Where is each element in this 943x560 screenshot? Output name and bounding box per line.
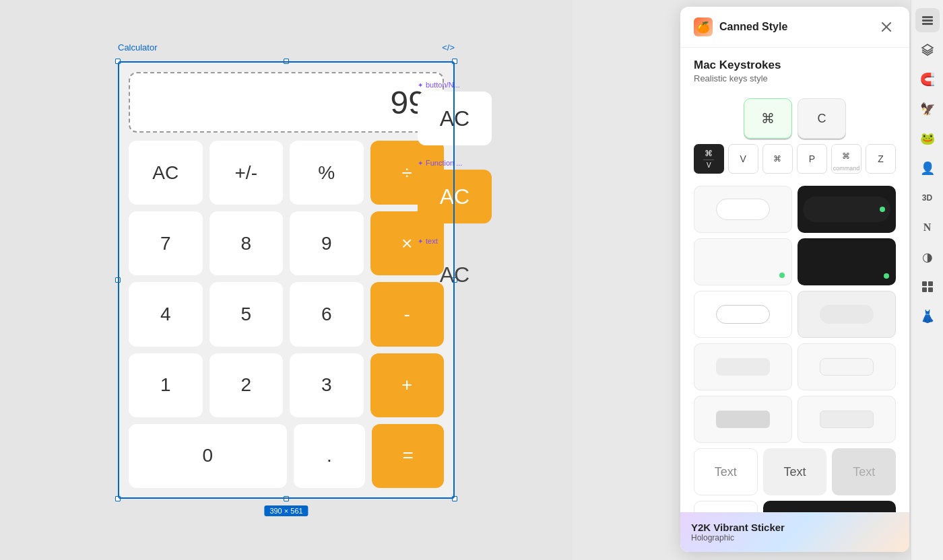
text-cell-light-2[interactable]: Text <box>832 448 896 495</box>
component-label-text: ✦ text <box>418 237 492 245</box>
btn-ac[interactable]: AC <box>129 141 203 205</box>
btn-7[interactable]: 7 <box>129 211 203 275</box>
style-cell-rounded-white[interactable] <box>694 343 792 390</box>
style-cell-light-pill2[interactable] <box>798 291 896 338</box>
keys-row-1: ⌘ C <box>694 98 896 139</box>
y2k-subtitle: Holographic <box>691 533 899 542</box>
resize-handle-bm[interactable] <box>284 496 289 501</box>
btn-dot[interactable]: . <box>294 424 366 488</box>
y2k-title: Y2K Vibrant Sticker <box>691 522 899 533</box>
toolbar-n-btn[interactable]: N <box>915 215 940 240</box>
btn-0[interactable]: 0 <box>129 424 287 488</box>
btn-equals[interactable]: = <box>372 424 444 488</box>
toolbar-dress-btn[interactable]: 👗 <box>915 304 940 328</box>
style-cell-flat-1[interactable] <box>694 396 792 443</box>
styles-scroll[interactable]: Text Text Text Text Text <box>680 179 909 512</box>
key-cmd-z[interactable]: command ⌘ <box>831 144 861 174</box>
toolbar-circle-btn[interactable]: ◑ <box>915 245 940 269</box>
toolbar-stack-btn[interactable] <box>915 38 940 62</box>
key-cmd-p[interactable]: ⌘ <box>762 144 793 174</box>
text-cell-outlined-1[interactable]: Text <box>694 448 758 495</box>
resize-handle-tm[interactable] <box>284 59 289 64</box>
style-cell-dark-green[interactable] <box>798 238 896 285</box>
btn-9[interactable]: 9 <box>290 211 364 275</box>
styles-grid-2 <box>694 238 896 285</box>
text-bottom-row: Text Text <box>694 501 896 512</box>
code-icon[interactable]: </> <box>442 42 455 53</box>
key-cmd-v-dark[interactable]: ⌘ V <box>694 144 724 174</box>
svg-rect-6 <box>922 281 927 286</box>
y2k-section[interactable]: Y2K Vibrant Sticker Holographic <box>680 512 909 552</box>
btn-6[interactable]: 6 <box>290 282 364 346</box>
styles-grid-4 <box>694 343 896 390</box>
component-label-function: ✦ Function ... <box>418 159 492 167</box>
key-p[interactable]: P <box>797 144 827 174</box>
resize-handle-bl[interactable] <box>115 496 121 501</box>
text-label-2: Text <box>783 465 806 479</box>
component-item-button: ✦ button/N... AC <box>418 81 492 145</box>
style-section-header: Mac Keystrokes Realistic keys style <box>680 48 909 98</box>
svg-rect-4 <box>922 23 933 25</box>
component-label-button: ✦ button/N... <box>418 81 492 89</box>
style-cell-rounded-lighter[interactable] <box>798 343 896 390</box>
btn-3[interactable]: 3 <box>290 353 364 417</box>
key-v-light[interactable]: V <box>728 144 758 174</box>
panel-logo: 🍊 <box>694 18 713 36</box>
calculator-label: Calculator <box>118 42 158 53</box>
calc-row-3: 4 5 6 - <box>129 282 444 346</box>
toolbar-grid-btn[interactable] <box>915 275 940 299</box>
toolbar-layers-btn[interactable] <box>915 8 940 32</box>
btn-percent[interactable]: % <box>290 141 364 205</box>
calc-row-4: 1 2 3 + <box>129 353 444 417</box>
calc-row-2: 7 8 9 × <box>129 211 444 275</box>
text-cell-dark-filled[interactable]: Text <box>763 501 896 512</box>
key-command-large[interactable]: ⌘ <box>744 98 792 139</box>
panel-close-button[interactable] <box>877 18 896 36</box>
green-dot-dark <box>884 273 889 279</box>
key-c-large[interactable]: C <box>798 98 846 139</box>
btn-sign[interactable]: +/- <box>209 141 284 205</box>
btn-2[interactable]: 2 <box>209 353 284 417</box>
component-preview-function[interactable]: AC <box>418 170 492 223</box>
svg-rect-7 <box>928 281 933 286</box>
section-title: Mac Keystrokes <box>694 59 896 72</box>
btn-1[interactable]: 1 <box>129 353 203 417</box>
style-cell-light-pill[interactable] <box>694 186 792 233</box>
style-cell-outlined-pill[interactable] <box>694 291 792 338</box>
resize-handle-ml[interactable] <box>115 277 121 283</box>
calc-buttons: AC +/- % ÷ 7 8 9 × 4 5 6 - <box>129 141 444 488</box>
resize-handle-tr[interactable] <box>452 59 457 64</box>
btn-4[interactable]: 4 <box>129 282 203 346</box>
text-cell-medium[interactable]: Text <box>763 448 827 495</box>
far-right-toolbar: 🧲 🦅 🐸 👤 3D N ◑ 👗 <box>911 0 943 560</box>
svg-rect-9 <box>928 287 933 292</box>
keys-row-2: ⌘ V V ⌘ P command ⌘ Z <box>694 144 896 174</box>
btn-plus[interactable]: + <box>370 353 445 417</box>
resize-handle-tl[interactable] <box>115 59 121 64</box>
calculator-frame: Calculator </> 99 AC +/- % ÷ <box>118 61 455 499</box>
key-z[interactable]: Z <box>866 144 896 174</box>
toolbar-3d-btn[interactable]: 3D <box>915 186 940 210</box>
toolbar-bird-btn[interactable]: 🦅 <box>915 97 940 121</box>
canned-style-panel: 🍊 Canned Style Mac Keystrokes Realistic … <box>680 7 909 552</box>
component-preview-text[interactable]: AC <box>418 248 492 302</box>
text-cell-outlined-2[interactable]: Text <box>694 501 758 512</box>
keys-grid: ⌘ C ⌘ V V ⌘ P command <box>680 98 909 179</box>
toolbar-frog-btn[interactable]: 🐸 <box>915 127 940 151</box>
resize-handle-br[interactable] <box>452 496 457 501</box>
component-panel: ✦ button/N... AC ✦ Function ... AC ✦ tex… <box>418 81 492 302</box>
canvas: Calculator </> 99 AC +/- % ÷ <box>0 0 573 560</box>
style-cell-flat-2[interactable] <box>798 396 896 443</box>
text-preview-row: Text Text Text <box>694 448 896 495</box>
svg-rect-8 <box>922 287 927 292</box>
component-preview-button[interactable]: AC <box>418 92 492 145</box>
btn-5[interactable]: 5 <box>209 282 284 346</box>
calc-display: 99 <box>129 72 444 133</box>
toolbar-face-btn[interactable]: 👤 <box>915 156 940 180</box>
style-cell-light-green[interactable] <box>694 238 792 285</box>
style-cell-dark-pill[interactable] <box>798 186 896 233</box>
styles-grid-5 <box>694 396 896 443</box>
size-badge: 390 × 561 <box>264 505 308 516</box>
toolbar-magnet-btn[interactable]: 🧲 <box>915 67 940 92</box>
btn-8[interactable]: 8 <box>209 211 284 275</box>
